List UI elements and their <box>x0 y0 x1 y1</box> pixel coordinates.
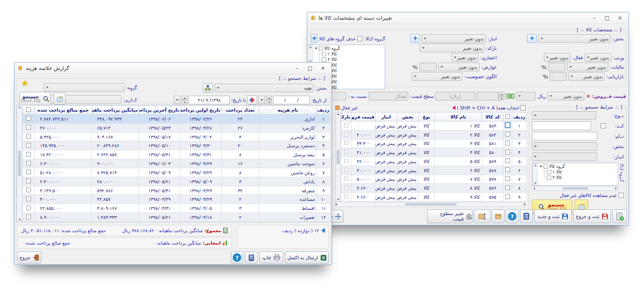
row-select-checkbox[interactable] <box>505 167 510 172</box>
row-select-checkbox[interactable] <box>26 125 31 130</box>
tax-select[interactable]: بدون تغییر <box>567 63 608 71</box>
active-select[interactable]: بدون تغییر <box>544 53 571 62</box>
row-select-checkbox[interactable] <box>505 158 510 163</box>
calendar-picker-button[interactable] <box>247 95 257 105</box>
clear-icon[interactable]: × <box>586 93 590 99</box>
row-select-checkbox[interactable] <box>505 194 510 199</box>
to-date-stepper[interactable] <box>182 96 187 104</box>
code-input[interactable] <box>532 121 591 130</box>
row-select-checkbox[interactable] <box>26 143 31 148</box>
user-select[interactable] <box>41 95 122 104</box>
close-button[interactable]: × <box>614 14 626 22</box>
section-select[interactable]: همه <box>215 84 313 92</box>
tree-item-checkbox[interactable] <box>322 58 326 62</box>
tree-item-checkbox[interactable] <box>322 52 326 56</box>
name-input[interactable] <box>532 132 597 140</box>
duties-percent-input[interactable]: ۰ <box>419 63 437 71</box>
from-date-dropdown[interactable] <box>258 96 265 104</box>
product-row[interactable]: ۲ ۵۸۲ کالا ۲ کالا پیش فرض پیش فرض ۲۰.۰۰۰ <box>341 130 527 139</box>
row-select-checkbox[interactable] <box>26 152 31 157</box>
archive-box-button[interactable] <box>492 209 504 223</box>
product-row[interactable]: ۵ ۵۷۹ کالا ۵ کالا پیش فرض پیش فرض ۴۲.۰۰۰ <box>341 157 527 166</box>
expense-row[interactable]: ۶ سوخت ماشین ۱۶ ۱۳۹۸/۰۳/۲۹ ۱۳۹۸/۰۶/۰۳ ۹۰… <box>23 159 331 168</box>
collapse-icon[interactable] <box>314 47 317 50</box>
expense-row[interactable]: ۷ روغن ماشین ۸ ۱۳۹۸/۰۳/۲۹ ۱۳۹۸/۰۵/۰۹ ۷.۳… <box>23 168 331 177</box>
product-row[interactable]: ۸ ۵۷۶ کالا ۸ کالا پیش فرض پیش فرض ۴.۶۶۰ <box>341 184 527 193</box>
section-tree-button[interactable] <box>203 83 213 93</box>
header-checkbox[interactable] <box>505 114 510 119</box>
collapse-icon[interactable] <box>539 165 542 168</box>
tree-item[interactable]: کالا ۱ <box>318 51 383 57</box>
row-select-checkbox[interactable] <box>26 188 31 192</box>
product-row[interactable]: ۱ ۵۸۳ کالا ۱ کالا پیش فرض پیش فرض ۰ <box>341 121 527 130</box>
search-tree-item[interactable]: کالا ۱ <box>543 169 617 175</box>
expense-row[interactable]: ۱۰ مساعده ۲ ۱۳۹۸/۰۳/۲۹ ۱۳۹۸/۰۳/۲۹ ۴۲.۸۵۷… <box>23 195 331 204</box>
minimize-button[interactable]: – <box>291 64 303 73</box>
tree-item[interactable]: کالا ۲ <box>318 57 383 62</box>
weight-select[interactable]: بدون تغییر <box>585 53 611 62</box>
row-select-checkbox[interactable] <box>505 123 510 127</box>
product-table-header[interactable]: ردیف کد کالا نام کالا نوع بخش انبار قیمت… <box>341 112 527 121</box>
search-tree-item[interactable]: کالا ۲ <box>543 175 617 180</box>
row-select-checkbox[interactable] <box>26 161 31 166</box>
add-group-button[interactable]: + <box>311 34 317 43</box>
product-table-hscrollbar[interactable] <box>335 202 526 207</box>
search-group-tree[interactable]: گروه کالا کالا ۱ کالا ۲ <box>532 163 618 186</box>
search-button[interactable]: جستجو Ctrl+F, F10 <box>19 92 51 106</box>
product-table-scrollbar[interactable] <box>335 112 341 202</box>
hide-inactive-checkbox[interactable] <box>619 193 624 198</box>
help-button[interactable]: ? <box>231 252 243 264</box>
to-date-input[interactable]: ۱۳۹۸/ ۹ /۲۱ <box>188 96 230 104</box>
expense-row[interactable]: ۱ اداری ۲۴ ۱۳۹۸/۰۲/۲۶ ۱۳۹۸/۰۶/۰۶ ۳۴۸.۰۹۲… <box>23 115 331 124</box>
quick-note-button[interactable] <box>54 93 66 105</box>
search-tree-hscrollbar[interactable] <box>532 186 618 191</box>
maximize-button[interactable]: □ <box>601 14 613 22</box>
pattern-select[interactable]: بدون تغییر <box>412 72 462 81</box>
product-row[interactable]: ۴ ۵۸۰ کالا ۴ کالا پیش فرض پیش فرض ۴۱.۰۰۰ <box>341 148 527 157</box>
row-select-checkbox[interactable] <box>26 197 31 201</box>
product-row[interactable]: ۹ ۵۷۵ کالا ۹ کالا پیش فرض پیش فرض ۴.۶۶۰ <box>341 193 527 202</box>
delete-groups-checkbox[interactable] <box>357 36 362 41</box>
search-tree-item-checkbox[interactable] <box>547 170 551 174</box>
row-select-checkbox[interactable] <box>26 134 31 139</box>
from-date-stepper[interactable] <box>266 96 272 104</box>
batch-edit-titlebar[interactable]: تغییرات دسته ای مشخصات کالا ها – □ × <box>307 12 629 24</box>
expense-row[interactable]: ۴ دستمزد پرسنل ۲۰ ۱۳۹۸/۰۳/۳۰ ۱۳۹۸/۰۵/۱۰ … <box>23 141 331 150</box>
marketing-percent-input[interactable]: ۰ <box>550 72 567 81</box>
calculator-button[interactable] <box>245 252 258 264</box>
export-excel-button[interactable]: ارسال به اکسل <box>285 252 329 264</box>
expense-row[interactable]: ۵ بیمه پرسنل ۸ ۱۳۹۸/۰۳/۳۱ ۱۳۹۸/۰۵/۳۱ ۲.۶… <box>23 150 331 159</box>
from-date-input[interactable]: / / <box>273 96 310 104</box>
row-select-checkbox[interactable] <box>26 215 31 219</box>
exit-button[interactable]: خروج <box>17 252 41 264</box>
report-form-button[interactable] <box>612 209 627 223</box>
price-amount-stepper[interactable]: ۰ <box>477 92 504 100</box>
select-all-checkbox[interactable] <box>520 105 526 110</box>
expense-row[interactable]: ۹ متفرقه ۳۲ ۱۳۹۸/۰۳/۲۹ ۱۳۹۸/۰۵/۳۱ ۵۹۲.۷۸… <box>23 186 331 195</box>
expense-row[interactable]: ۱۱ اقساط ۳ ۱۳۹۸/۰۴/۰۵ ۱۳۹۸/۰۴/۳۱ ۳.۸۰۹.۱… <box>23 204 331 213</box>
product-row[interactable]: ۳ ۵۸۱ کالا ۳ کالا پیش فرض پیش فرض ۳۳.۳۰۰ <box>341 139 527 148</box>
maximize-button[interactable]: □ <box>304 64 316 73</box>
minimize-button[interactable]: – <box>588 14 600 22</box>
section-select[interactable]: بدون تغییر <box>538 34 611 43</box>
marketing-select[interactable]: بدون تغییر <box>568 72 605 81</box>
tree-root[interactable]: گروه کالا <box>314 45 383 51</box>
warehouse-select[interactable]: بدون تغییر <box>422 34 486 43</box>
expense-report-titlebar[interactable]: گزارش خلاصه هزینه – □ × <box>15 63 331 74</box>
expense-row[interactable]: ۸ پاداش ۳ ۱۳۹۸/۰۵/۰۹ ۱۳۹۸/۰۵/۲۱ ۴۸۰.۰۰۰ … <box>23 177 331 186</box>
save-exit-button[interactable]: ثبت و خروج <box>573 209 611 223</box>
group-select[interactable] <box>44 83 125 92</box>
sale-price-mode-select[interactable]: بدون تغییر <box>547 92 584 100</box>
row-select-checkbox[interactable] <box>26 179 31 183</box>
row-select-checkbox[interactable] <box>505 185 510 190</box>
expense-table-header[interactable]: ردیف نام هزینه تعداد پرداخت تاریخ اولین … <box>23 106 331 115</box>
search-tree-vscrollbar[interactable] <box>532 163 538 185</box>
expense-table-scrollbar[interactable] <box>17 105 22 222</box>
duties-select[interactable]: بدون تغییر <box>438 63 480 71</box>
add-section-button[interactable]: + <box>527 34 537 43</box>
row-select-checkbox[interactable] <box>505 141 510 146</box>
search-tree-root[interactable]: گروه کالا <box>539 164 617 169</box>
expense-row[interactable]: ۱۲ تعمیرات ۲ ۱۳۹۸/۰۴/۱۸ ۱۳۹۸/۰۵/۲۱ ۱.۴۸۳… <box>23 213 331 222</box>
header-checkbox[interactable] <box>26 107 31 112</box>
print-button[interactable]: چاپ <box>259 252 283 264</box>
